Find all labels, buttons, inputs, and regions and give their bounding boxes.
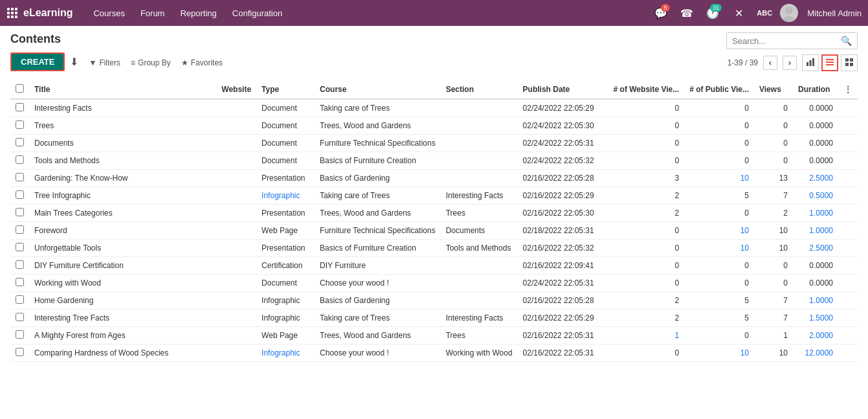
cell-type: Presentation (256, 240, 315, 257)
col-header-type[interactable]: Type (256, 80, 315, 99)
search-input[interactable] (732, 36, 841, 46)
cell-type: Document (256, 135, 315, 152)
cell-course[interactable]: Furniture Technical Specifications (315, 135, 441, 152)
row-checkbox[interactable] (16, 190, 24, 199)
cell-website-views: 0 (608, 345, 685, 362)
cell-course[interactable]: Furniture Technical Specifications (315, 222, 441, 240)
cell-type: Infographic (256, 187, 315, 205)
cell-public-views: 0 (684, 152, 754, 170)
filters-button[interactable]: ▼ Filters (89, 58, 120, 67)
table-row: DIY Furniture Certification Certificatio… (10, 257, 858, 275)
col-header-publish-date[interactable]: Publish Date (518, 80, 608, 99)
col-header-public-views[interactable]: # of Public Vie... (684, 80, 754, 99)
row-checkbox[interactable] (16, 173, 24, 181)
row-checkbox[interactable] (16, 103, 24, 111)
row-checkbox[interactable] (16, 348, 24, 356)
cell-title: Gardening: The Know-How (29, 170, 216, 187)
cell-type: Document (256, 152, 315, 170)
clock-icon[interactable]: 🕐 31 (702, 3, 723, 23)
cell-publish-date: 02/24/2022 22:05:29 (518, 99, 608, 117)
abc-label[interactable]: ABC (754, 3, 775, 23)
cell-section: Tools and Methods (441, 240, 518, 257)
row-checkbox[interactable] (16, 243, 24, 251)
next-page-button[interactable]: › (783, 56, 797, 70)
svg-rect-0 (7, 8, 10, 10)
cell-duration: 2.5000 (793, 170, 838, 187)
cell-course[interactable]: Choose your wood ! (315, 345, 441, 362)
nav-configuration[interactable]: Configuration (225, 0, 290, 26)
avatar[interactable] (780, 4, 798, 22)
cell-course[interactable]: Taking care of Trees (315, 187, 441, 205)
cell-course[interactable]: Basics of Furniture Creation (315, 152, 441, 170)
table-row: Foreword Web Page Furniture Technical Sp… (10, 222, 858, 240)
apps-icon[interactable] (6, 7, 18, 19)
cell-section (441, 135, 518, 152)
favorites-button[interactable]: ★ Favorites (181, 58, 223, 67)
groupby-button[interactable]: ≡ Group By (131, 58, 171, 67)
tools-icon[interactable]: ✕ (728, 3, 749, 23)
grid-view-button[interactable] (841, 54, 858, 71)
cell-website (216, 240, 256, 257)
cell-course[interactable]: Basics of Gardening (315, 170, 441, 187)
select-all-checkbox[interactable] (16, 84, 24, 93)
cell-views: 0 (754, 117, 793, 135)
row-checkbox[interactable] (16, 278, 24, 286)
phone-icon[interactable]: ☎ (676, 3, 697, 23)
row-checkbox[interactable] (16, 120, 24, 129)
cell-title: Documents (29, 135, 216, 152)
cell-public-views: 5 (684, 292, 754, 310)
row-checkbox[interactable] (16, 295, 24, 304)
col-header-website[interactable]: Website (216, 80, 256, 99)
cell-course[interactable]: Trees, Wood and Gardens (315, 117, 441, 135)
cell-publish-date: 02/16/2022 22:05:31 (518, 345, 608, 362)
row-checkbox[interactable] (16, 313, 24, 321)
col-header-views[interactable]: Views (754, 80, 793, 99)
cell-views: 7 (754, 310, 793, 327)
cell-public-views: 5 (684, 310, 754, 327)
col-header-duration[interactable]: Duration (793, 80, 838, 99)
cell-views: 10 (754, 345, 793, 362)
cell-website-views: 3 (608, 170, 685, 187)
more-columns-button[interactable]: ⋮ (843, 84, 852, 95)
nav-reporting[interactable]: Reporting (172, 0, 224, 26)
row-checkbox[interactable] (16, 138, 24, 146)
create-button[interactable]: CREATE (10, 52, 65, 71)
row-checkbox[interactable] (16, 155, 24, 164)
cell-course[interactable]: Basics of Furniture Creation (315, 240, 441, 257)
nav-courses[interactable]: Courses (85, 0, 132, 26)
row-checkbox[interactable] (16, 208, 24, 216)
col-header-title[interactable]: Title (29, 80, 216, 99)
prev-page-button[interactable]: ‹ (763, 56, 777, 70)
cell-views: 0 (754, 257, 793, 275)
cell-course[interactable]: Taking care of Trees (315, 310, 441, 327)
cell-course[interactable]: DIY Furniture (315, 257, 441, 275)
cell-public-views[interactable]: 10 (684, 170, 754, 187)
col-header-course[interactable]: Course (315, 80, 441, 99)
cell-public-views[interactable]: 10 (684, 222, 754, 240)
row-checkbox[interactable] (16, 260, 24, 269)
download-button[interactable]: ⬇ (70, 56, 78, 68)
cell-website (216, 327, 256, 345)
cell-type: Web Page (256, 222, 315, 240)
cell-public-views[interactable]: 10 (684, 345, 754, 362)
list-view-button[interactable] (821, 54, 838, 71)
cell-course[interactable]: Taking care of Trees (315, 99, 441, 117)
star-icon: ★ (181, 58, 188, 67)
row-checkbox[interactable] (16, 225, 24, 234)
col-header-section[interactable]: Section (441, 80, 518, 99)
chat-icon[interactable]: 💬 5 (651, 3, 671, 23)
bar-chart-view-button[interactable] (802, 54, 819, 71)
cell-section: Interesting Facts (441, 310, 518, 327)
cell-course[interactable]: Trees, Wood and Gardens (315, 205, 441, 222)
cell-course[interactable]: Choose your wood ! (315, 275, 441, 292)
col-header-website-views[interactable]: # of Website Vie... (608, 80, 685, 99)
row-checkbox[interactable] (16, 330, 24, 339)
svg-point-10 (783, 16, 796, 22)
cell-title: Unforgettable Tools (29, 240, 216, 257)
cell-website (216, 222, 256, 240)
cell-public-views[interactable]: 10 (684, 240, 754, 257)
nav-forum[interactable]: Forum (133, 0, 173, 26)
cell-course[interactable]: Trees, Wood and Gardens (315, 327, 441, 345)
cell-website (216, 99, 256, 117)
cell-course[interactable]: Basics of Gardening (315, 292, 441, 310)
